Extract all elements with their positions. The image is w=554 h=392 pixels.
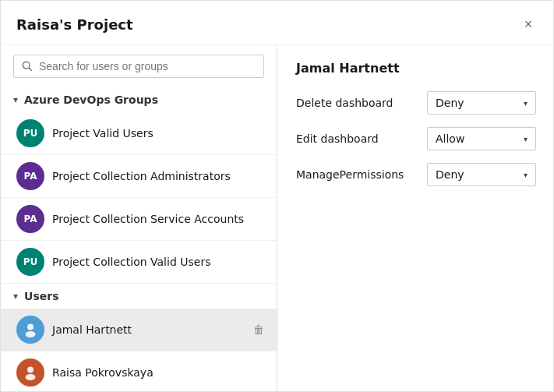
groups-chevron-icon: ▾	[13, 94, 18, 105]
svg-point-3	[26, 331, 36, 337]
right-panel: Jamal Hartnett Delete dashboard Deny ▾ E…	[277, 45, 554, 392]
list-item[interactable]: Jamal Hartnett 🗑	[1, 309, 277, 351]
search-wrapper	[1, 45, 277, 87]
groups-list: ▾ Azure DevOps Groups PU Project Valid U…	[1, 87, 277, 392]
users-section-label: Users	[24, 290, 58, 302]
search-input[interactable]	[39, 60, 256, 72]
svg-line-1	[29, 68, 31, 70]
permission-value: Deny	[436, 97, 464, 109]
left-panel: ▾ Azure DevOps Groups PU Project Valid U…	[1, 45, 277, 392]
permission-value: Deny	[436, 168, 464, 181]
list-item[interactable]: PA Project Collection Service Accounts	[1, 198, 277, 241]
dropdown-arrow-icon: ▾	[524, 99, 528, 108]
list-item[interactable]: PU Project Valid Users	[1, 112, 277, 155]
permission-label: Edit dashboard	[296, 132, 379, 145]
permission-row: Delete dashboard Deny ▾	[296, 91, 536, 115]
user-name: Jamal Hartnett	[52, 323, 245, 336]
close-button[interactable]: ×	[517, 13, 539, 35]
permission-label: Delete dashboard	[296, 97, 393, 109]
delete-user-icon[interactable]: 🗑	[253, 323, 264, 336]
svg-point-4	[27, 367, 34, 373]
dialog-header: Raisa's Project ×	[1, 1, 554, 45]
avatar: PU	[16, 248, 44, 276]
avatar: PA	[16, 205, 44, 233]
edit-dashboard-select[interactable]: Allow ▾	[427, 127, 536, 150]
manage-permissions-select[interactable]: Deny ▾	[427, 163, 536, 186]
list-item[interactable]: PA Project Collection Administrators	[1, 155, 277, 198]
permission-row: Edit dashboard Allow ▾	[296, 127, 536, 150]
selected-user-name: Jamal Hartnett	[296, 61, 536, 76]
dropdown-arrow-icon: ▾	[524, 135, 528, 143]
search-input-container[interactable]	[13, 55, 264, 78]
delete-dashboard-select[interactable]: Deny ▾	[427, 91, 536, 115]
group-name: Project Valid Users	[52, 127, 264, 139]
users-chevron-icon: ▾	[13, 291, 18, 302]
avatar	[16, 358, 44, 387]
group-name: Project Collection Valid Users	[52, 256, 264, 268]
user-name: Raisa Pokrovskaya	[52, 366, 264, 379]
group-name: Project Collection Administrators	[52, 170, 264, 182]
list-item[interactable]: PU Project Collection Valid Users	[1, 241, 277, 284]
permission-value: Allow	[436, 132, 464, 145]
users-section-header[interactable]: ▾ Users	[1, 284, 277, 309]
group-name: Project Collection Service Accounts	[52, 213, 264, 225]
dialog: Raisa's Project × ▾ Azure DevOps Grou	[1, 1, 554, 392]
search-icon	[22, 61, 33, 72]
dropdown-arrow-icon: ▾	[524, 171, 528, 179]
dialog-body: ▾ Azure DevOps Groups PU Project Valid U…	[1, 45, 554, 392]
dialog-title: Raisa's Project	[16, 16, 133, 33]
permission-row: ManagePermissions Deny ▾	[296, 163, 536, 186]
avatar: PA	[16, 162, 44, 190]
svg-point-5	[26, 374, 36, 380]
avatar: PU	[16, 119, 44, 147]
list-item[interactable]: Raisa Pokrovskaya	[1, 351, 277, 392]
groups-section-header[interactable]: ▾ Azure DevOps Groups	[1, 87, 277, 112]
permission-label: ManagePermissions	[296, 168, 404, 181]
svg-point-2	[27, 324, 34, 330]
groups-section-label: Azure DevOps Groups	[24, 94, 158, 106]
avatar	[16, 316, 44, 344]
